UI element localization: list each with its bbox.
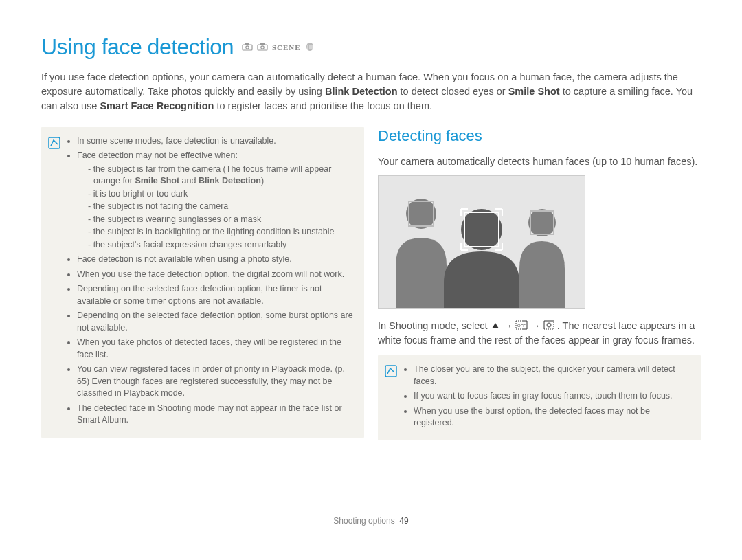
svg-rect-5 (260, 43, 265, 45)
note-item: The detected face in Shooting mode may n… (77, 403, 355, 427)
camera-icon (242, 43, 253, 52)
note-subitem: the subject's facial expression changes … (88, 239, 355, 251)
svg-point-7 (406, 199, 436, 229)
page-footer: Shooting options 49 (41, 516, 701, 526)
note-subitem: the subject is far from the camera (The … (88, 164, 355, 188)
left-note-box: In some scene modes, face detection is u… (41, 127, 364, 438)
note-item: Face detection is not available when usi… (77, 254, 355, 266)
camera-icon (257, 43, 268, 52)
footer-section: Shooting options (333, 516, 394, 526)
svg-point-1 (246, 45, 249, 48)
note-item: When you use the burst option, the detec… (414, 405, 691, 429)
mode-icons-group: SCENE (242, 42, 315, 53)
face-off-icon: OFF (515, 321, 528, 332)
note-item: Depending on the selected face defection… (77, 310, 355, 334)
svg-rect-3 (258, 45, 267, 50)
face-detection-illustration (378, 175, 585, 309)
note-icon (385, 365, 397, 432)
svg-rect-2 (245, 43, 249, 45)
note-item: You can view registered faces in order o… (77, 363, 355, 400)
face-on-icon (543, 321, 554, 332)
note-item: The closer you are to the subject, the q… (414, 363, 691, 388)
title-row: Using face detection SCENE (41, 34, 701, 60)
lead-text: Your camera automatically detects human … (378, 155, 701, 168)
page-title: Using face detection (41, 34, 234, 60)
svg-point-16 (547, 323, 551, 327)
note-item: Face detection may not be effective when… (77, 150, 355, 251)
section-heading: Detecting faces (378, 127, 701, 145)
svg-point-9 (528, 209, 556, 236)
note-subitem: the subject is in backlighting or the li… (88, 226, 355, 238)
page-number: 49 (399, 516, 408, 526)
note-item: Depending on the selected face defection… (77, 283, 355, 307)
note-item: When you use the face detection option, … (77, 269, 355, 281)
intro-paragraph: If you use face detection options, your … (41, 70, 701, 113)
dual-icon (305, 42, 315, 53)
scene-label: SCENE (272, 43, 301, 52)
note-item: In some scene modes, face detection is u… (77, 135, 355, 148)
svg-rect-6 (49, 137, 60, 148)
note-item: When you take photos of detected faces, … (77, 337, 355, 361)
svg-rect-17 (385, 366, 396, 377)
svg-rect-15 (544, 321, 554, 329)
note-icon (48, 137, 60, 429)
up-triangle-icon (491, 321, 500, 332)
note-subitem: the subject is wearing sunglasses or a m… (88, 214, 355, 226)
note-subitem: it is too bright or too dark (88, 188, 355, 201)
note-item: If you want to focus faces in gray focus… (414, 390, 691, 403)
instruction-text: In Shooting mode, select → OFF → . The n… (378, 319, 701, 348)
note-subitem: the subject is not facing the camera (88, 201, 355, 213)
svg-point-8 (461, 209, 502, 250)
svg-text:OFF: OFF (517, 324, 526, 328)
right-note-box: The closer you are to the subject, the q… (378, 355, 701, 440)
svg-point-4 (261, 45, 264, 48)
svg-rect-0 (243, 45, 252, 50)
